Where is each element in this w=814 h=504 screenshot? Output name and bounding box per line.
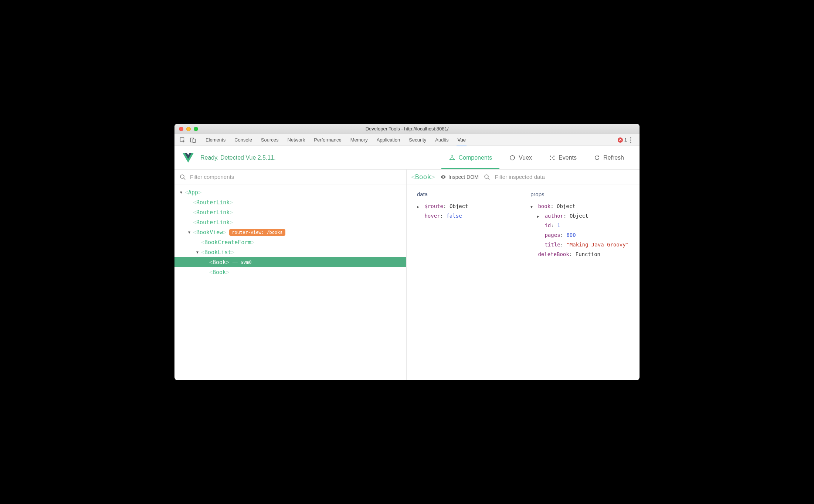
- svg-line-21: [488, 178, 489, 180]
- component-tag: <BookView>: [193, 229, 226, 236]
- component-filter-bar: [174, 170, 406, 184]
- property-value: Object: [570, 213, 589, 219]
- expand-arrow-icon[interactable]: ▼: [530, 202, 535, 211]
- property-value: Object: [450, 203, 468, 209]
- expand-arrow-icon[interactable]: ▶: [537, 212, 542, 221]
- events-icon: [549, 154, 556, 161]
- titlebar: Developer Tools - http://localhost:8081/: [174, 124, 640, 134]
- expand-arrow-icon[interactable]: ▼: [195, 250, 200, 254]
- svg-point-17: [180, 175, 184, 178]
- tree-node-bookview[interactable]: ▼<BookView>router-view: /books: [174, 227, 406, 237]
- refresh-icon: [594, 154, 600, 161]
- svg-point-20: [485, 175, 488, 178]
- devtools-tab-memory[interactable]: Memory: [346, 134, 372, 146]
- tree-node-routerlink[interactable]: ▶<RouterLink>: [174, 217, 406, 227]
- close-window-button[interactable]: [179, 127, 183, 131]
- search-icon: [180, 174, 186, 180]
- devtools-tabbar: ElementsConsoleSourcesNetworkPerformance…: [174, 134, 640, 146]
- svg-point-13: [550, 159, 551, 160]
- tree-node-book[interactable]: ▶<Book>== $vm0: [174, 257, 406, 267]
- devtools-tab-network[interactable]: Network: [283, 134, 310, 146]
- property-key: $route: [421, 203, 443, 209]
- expand-arrow-icon[interactable]: ▼: [187, 230, 191, 234]
- property-key: id: [542, 222, 551, 228]
- devtools-tab-performance[interactable]: Performance: [309, 134, 346, 146]
- data-section: data ▶ $route: Object▶ hover: false: [417, 191, 516, 374]
- main-panel: ▼<App>▶<RouterLink>▶<RouterLink>▶<Router…: [174, 170, 640, 380]
- component-tag: <RouterLink>: [193, 209, 233, 216]
- vue-tab-vuex[interactable]: Vuex: [502, 146, 539, 169]
- tree-node-routerlink[interactable]: ▶<RouterLink>: [174, 197, 406, 207]
- tree-node-routerlink[interactable]: ▶<RouterLink>: [174, 207, 406, 217]
- property-row[interactable]: ▶ hover: false: [417, 211, 516, 221]
- vue-logo-icon: [183, 153, 194, 163]
- devtools-tab-sources[interactable]: Sources: [257, 134, 283, 146]
- vue-status-bar: Ready. Detected Vue 2.5.11. ComponentsVu…: [174, 146, 640, 170]
- more-options-icon[interactable]: [630, 137, 637, 143]
- data-heading: data: [417, 191, 516, 197]
- inspect-element-icon[interactable]: [177, 134, 188, 146]
- property-key: book: [535, 203, 550, 209]
- svg-point-3: [630, 137, 631, 138]
- error-count: 1: [624, 137, 627, 143]
- component-filter-input[interactable]: [190, 174, 401, 180]
- inspect-dom-button[interactable]: Inspect DOM: [440, 174, 479, 180]
- devtools-tabs: ElementsConsoleSourcesNetworkPerformance…: [201, 134, 470, 146]
- tree-node-app[interactable]: ▼<App>: [174, 187, 406, 197]
- devtools-window: Developer Tools - http://localhost:8081/…: [174, 124, 640, 380]
- svg-line-18: [184, 178, 185, 180]
- error-count-badge[interactable]: ✕ 1: [618, 137, 627, 143]
- devtools-tab-audits[interactable]: Audits: [431, 134, 453, 146]
- devtools-tab-security[interactable]: Security: [404, 134, 431, 146]
- component-tree-panel: ▼<App>▶<RouterLink>▶<RouterLink>▶<Router…: [174, 170, 407, 380]
- devtools-tab-elements[interactable]: Elements: [201, 134, 230, 146]
- tree-node-booklist[interactable]: ▼<BookList>: [174, 247, 406, 257]
- svg-point-19: [442, 176, 444, 177]
- expand-arrow-icon[interactable]: ▶: [417, 202, 421, 211]
- devtools-tab-console[interactable]: Console: [230, 134, 257, 146]
- vm-reference-label: == $vm0: [232, 259, 252, 265]
- svg-point-12: [553, 156, 554, 157]
- property-row[interactable]: ▶ id: 1: [530, 221, 629, 231]
- maximize-window-button[interactable]: [194, 127, 198, 131]
- vue-status-message: Ready. Detected Vue 2.5.11.: [200, 154, 276, 161]
- component-tag: <Book>: [209, 269, 229, 276]
- property-key: deleteBook: [535, 251, 569, 257]
- devtools-tab-vue[interactable]: Vue: [453, 134, 470, 146]
- vue-tab-refresh[interactable]: Refresh: [586, 146, 631, 169]
- property-value: Object: [557, 203, 576, 209]
- tree-node-book[interactable]: ▶<Book>: [174, 267, 406, 277]
- component-tag: <RouterLink>: [193, 219, 233, 226]
- property-key: hover: [421, 213, 440, 219]
- vue-tab-label: Refresh: [603, 154, 624, 161]
- vue-tab-label: Components: [458, 154, 492, 161]
- svg-marker-10: [514, 157, 515, 158]
- selected-component-crumb: <Book>: [411, 173, 435, 181]
- component-tag: <App>: [185, 189, 201, 196]
- router-view-badge: router-view: /books: [229, 229, 285, 236]
- vue-tab-components[interactable]: Components: [441, 146, 499, 169]
- vue-tab-label: Vuex: [519, 154, 532, 161]
- minimize-window-button[interactable]: [186, 127, 191, 131]
- devtools-tab-application[interactable]: Application: [372, 134, 405, 146]
- property-key: author: [542, 213, 563, 219]
- property-row[interactable]: ▶ $route: Object: [417, 202, 516, 211]
- expand-arrow-icon[interactable]: ▼: [179, 190, 183, 194]
- property-row[interactable]: ▶ title: "Making Java Groovy": [530, 240, 629, 250]
- property-value: Function: [576, 251, 600, 257]
- property-row[interactable]: ▼ book: Object: [530, 202, 629, 211]
- inspector-filter-input[interactable]: [495, 174, 635, 180]
- property-row[interactable]: ▶ author: Object: [530, 211, 629, 221]
- device-toolbar-icon[interactable]: [188, 134, 198, 146]
- property-row[interactable]: ▶ deleteBook: Function: [530, 250, 629, 259]
- vuex-icon: [509, 154, 516, 161]
- property-row[interactable]: ▶ pages: 800: [530, 231, 629, 240]
- error-icon: ✕: [618, 137, 623, 143]
- vue-tab-events[interactable]: Events: [542, 146, 584, 169]
- property-value: 800: [566, 232, 576, 238]
- svg-point-5: [630, 142, 631, 143]
- tree-node-bookcreateform[interactable]: ▶<BookCreateForm>: [174, 237, 406, 247]
- props-section: props ▼ book: Object▶ author: Object▶ id…: [530, 191, 629, 374]
- component-tag: <BookList>: [201, 249, 234, 256]
- inspector-data-panel: data ▶ $route: Object▶ hover: false prop…: [407, 184, 640, 380]
